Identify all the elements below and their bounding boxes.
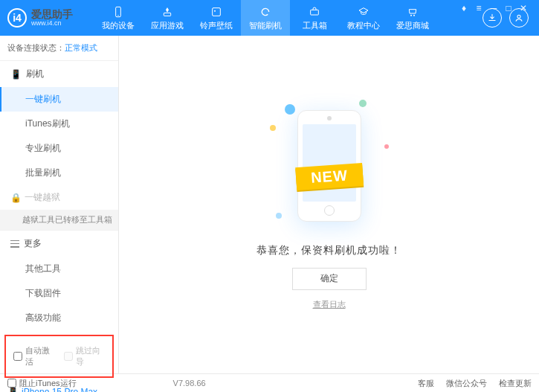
svg-point-1 bbox=[117, 15, 118, 16]
maximize-icon[interactable]: □ bbox=[503, 3, 514, 13]
nav-tutorial[interactable]: 教程中心 bbox=[339, 0, 388, 36]
jailbreak-note: 越狱工具已转移至工具箱 bbox=[0, 210, 118, 230]
sidebar-section-label: 刷机 bbox=[26, 68, 44, 80]
footer-link-wechat[interactable]: 微信公众号 bbox=[446, 378, 487, 389]
sidebar-item-pro-flash[interactable]: 专业刷机 bbox=[0, 136, 118, 161]
nav-store[interactable]: 爱思商城 bbox=[388, 0, 437, 36]
nav-my-device[interactable]: 我的设备 bbox=[94, 0, 143, 36]
svg-point-4 bbox=[214, 10, 216, 11]
new-badge: NEW bbox=[295, 162, 364, 190]
minimize-icon[interactable]: ─ bbox=[488, 3, 499, 13]
close-icon[interactable]: ✕ bbox=[518, 3, 529, 13]
sidebar-item-onekey-flash[interactable]: 一键刷机 bbox=[0, 87, 118, 112]
sidebar-item-other-tools[interactable]: 其他工具 bbox=[0, 257, 118, 281]
svg-point-6 bbox=[410, 14, 412, 16]
footer-link-update[interactable]: 检查更新 bbox=[499, 378, 532, 389]
highlighted-options: 自动激活 跳过向导 bbox=[4, 335, 114, 378]
svg-point-7 bbox=[413, 14, 415, 16]
sidebar-item-advanced[interactable]: 高级功能 bbox=[0, 306, 118, 330]
phone-small-icon: 📱 bbox=[10, 69, 22, 80]
ok-button[interactable]: 确定 bbox=[292, 268, 367, 290]
sidebar-section-more[interactable]: 更多 bbox=[0, 230, 118, 257]
app-name: 爱思助手 bbox=[31, 9, 73, 19]
lock-icon: 🔒 bbox=[10, 193, 22, 203]
svg-rect-5 bbox=[311, 10, 319, 15]
version-label: V7.98.66 bbox=[173, 379, 206, 388]
logo-icon: i4 bbox=[7, 8, 27, 28]
svg-rect-3 bbox=[213, 7, 221, 16]
skin-icon[interactable]: ♦ bbox=[459, 3, 469, 13]
app-logo: i4 爱思助手 www.i4.cn bbox=[0, 8, 80, 28]
sidebar-item-jailbreak: 🔒 一键越狱 bbox=[0, 185, 118, 210]
cart-icon bbox=[406, 5, 419, 19]
device-status: 设备连接状态：正常模式 bbox=[0, 36, 118, 61]
sidebar-item-itunes-flash[interactable]: iTunes刷机 bbox=[0, 112, 118, 136]
nav-smart-flash[interactable]: 智能刷机 bbox=[241, 0, 290, 36]
refresh-icon bbox=[259, 5, 272, 19]
hamburger-icon bbox=[10, 240, 19, 248]
success-illustration: NEW bbox=[262, 100, 396, 234]
auto-activate-checkbox[interactable]: 自动激活 bbox=[13, 345, 55, 367]
nav-apps-games[interactable]: 应用游戏 bbox=[143, 0, 192, 36]
svg-rect-2 bbox=[164, 13, 170, 16]
footer-link-support[interactable]: 客服 bbox=[418, 378, 434, 389]
image-icon bbox=[210, 5, 223, 19]
sidebar-section-label: 更多 bbox=[24, 237, 42, 250]
success-message: 恭喜您，保资料刷机成功啦！ bbox=[256, 244, 401, 257]
menu-icon[interactable]: ≡ bbox=[474, 3, 484, 13]
toolbox-icon bbox=[308, 5, 321, 19]
sidebar-item-batch-flash[interactable]: 批量刷机 bbox=[0, 161, 118, 185]
app-url: www.i4.cn bbox=[31, 19, 73, 28]
skip-guide-checkbox[interactable]: 跳过向导 bbox=[64, 345, 106, 367]
sidebar-section-flash[interactable]: 📱 刷机 bbox=[0, 61, 118, 87]
phone-icon bbox=[112, 5, 125, 19]
nav-ringtone-wallpaper[interactable]: 铃声壁纸 bbox=[192, 0, 241, 36]
svg-point-8 bbox=[517, 15, 520, 18]
nav-toolbox[interactable]: 工具箱 bbox=[290, 0, 339, 36]
app-icon bbox=[161, 5, 174, 19]
view-log-link[interactable]: 查看日志 bbox=[313, 299, 346, 310]
sidebar-item-download-firmware[interactable]: 下载固件 bbox=[0, 281, 118, 306]
book-icon bbox=[357, 5, 370, 19]
block-itunes-checkbox[interactable]: 阻止iTunes运行 bbox=[7, 378, 77, 389]
